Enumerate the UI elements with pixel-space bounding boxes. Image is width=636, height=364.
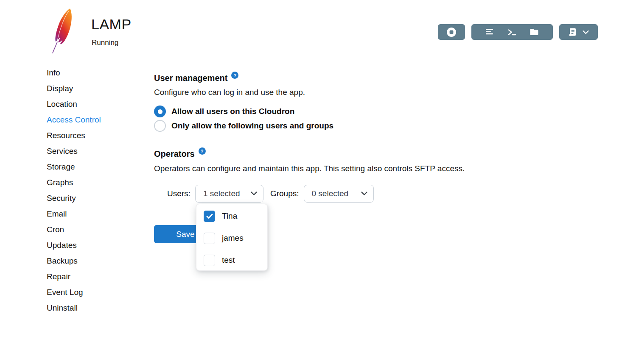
groups-label: Groups: [270,189,299,198]
sidebar-item-display[interactable]: Display [47,81,101,96]
sidebar-item-services[interactable]: Services [47,143,101,159]
sidebar-item-security[interactable]: Security [47,190,101,206]
app-settings-page: LAMP Running [0,0,636,364]
folder-icon[interactable] [530,28,539,36]
chevron-down-icon [582,30,589,35]
radio-button-icon[interactable] [154,120,166,132]
operators-controls-row: Users: 1 selected Groups: 0 selected [167,185,374,203]
users-dropdown-panel: Tina james test [196,204,268,271]
sidebar-item-event-log[interactable]: Event Log [47,284,101,300]
journal-icon [568,28,577,37]
help-icon[interactable]: ? [199,147,206,155]
sidebar-item-uninstall[interactable]: Uninstall [47,300,101,316]
app-status: Running [92,39,118,47]
user-option-test[interactable]: test [196,249,267,271]
user-management-title: User management ? [154,73,238,83]
logs-icon[interactable] [485,28,494,36]
radio-button-icon[interactable] [154,106,166,117]
sidebar-item-updates[interactable]: Updates [47,237,101,253]
sidebar-item-email[interactable]: Email [47,206,101,222]
checkbox-icon[interactable] [204,233,215,244]
apache-feather-logo [49,8,77,54]
stop-circle-icon [446,27,457,38]
operators-title: Operators ? [154,149,206,159]
sidebar-item-cron[interactable]: Cron [47,222,101,237]
checkbox-icon[interactable] [204,211,215,222]
tools-button-group [471,24,553,40]
sidebar-item-access-control[interactable]: Access Control [47,112,101,128]
users-selected-count: 1 selected [203,189,240,198]
radio-allow-all-users[interactable]: Allow all users on this Cloudron [154,104,333,119]
checkbox-icon[interactable] [204,255,215,266]
sidebar-item-repair[interactable]: Repair [47,269,101,284]
user-option-tina[interactable]: Tina [196,205,267,227]
groups-multiselect[interactable]: 0 selected [304,185,374,203]
users-label: Users: [167,189,191,198]
settings-sidebar: Info Display Location Access Control Res… [47,65,101,316]
stop-app-button[interactable] [438,24,465,40]
sidebar-item-location[interactable]: Location [47,96,101,112]
sidebar-item-backups[interactable]: Backups [47,253,101,269]
terminal-icon[interactable] [507,28,516,36]
help-icon[interactable]: ? [231,72,238,79]
sidebar-item-storage[interactable]: Storage [47,159,101,175]
app-title: LAMP [91,16,132,33]
sidebar-item-resources[interactable]: Resources [47,128,101,143]
sidebar-item-graphs[interactable]: Graphs [47,175,101,190]
operators-description: Operators can configure and maintain thi… [154,164,465,173]
radio-only-allow-listed[interactable]: Only allow the following users and group… [154,119,333,133]
access-mode-radio-group: Allow all users on this Cloudron Only al… [154,104,333,133]
users-multiselect[interactable]: 1 selected [195,185,263,203]
logbook-menu-button[interactable] [559,24,598,40]
chevron-down-icon [250,189,258,198]
user-management-description: Configure who can log in and use the app… [154,88,305,97]
chevron-down-icon [361,189,368,198]
user-option-james[interactable]: james [196,227,267,249]
groups-selected-count: 0 selected [312,189,349,198]
sidebar-item-info[interactable]: Info [47,65,101,81]
